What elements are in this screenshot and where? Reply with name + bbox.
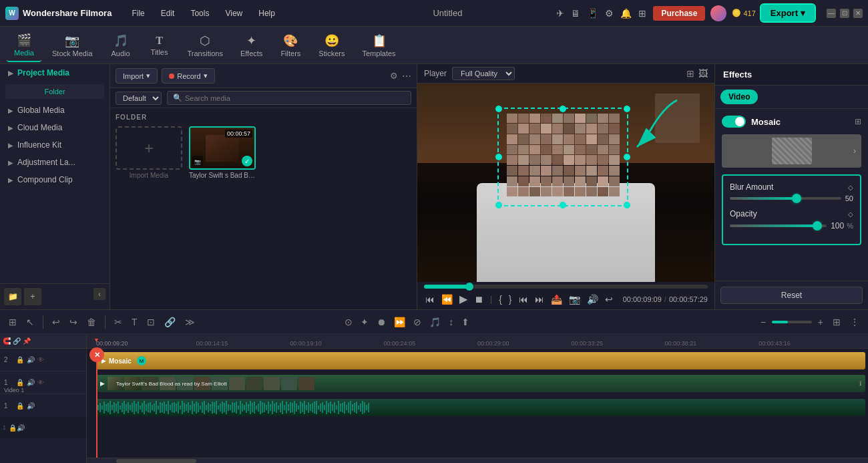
prev-frame-button[interactable]: ⏮ — [424, 293, 436, 306]
share-icon[interactable]: ✈ — [555, 7, 566, 20]
crop-button[interactable]: ⊡ — [144, 315, 158, 329]
tab-stock-media[interactable]: 📷 Stock Media — [45, 29, 99, 61]
reset-button[interactable]: Reset — [720, 287, 863, 304]
blur-slider-thumb[interactable] — [792, 194, 801, 203]
notification-icon[interactable]: 🔔 — [619, 7, 633, 20]
tab-effects[interactable]: ✦ Effects — [234, 29, 269, 61]
layout-button[interactable]: ⊞ — [829, 315, 844, 329]
import-media-zone[interactable]: + — [116, 126, 182, 170]
tab-templates[interactable]: 📋 Templates — [355, 29, 402, 61]
zoom-in-button[interactable]: + — [815, 315, 827, 329]
tab-audio[interactable]: 🎵 Audio — [103, 29, 138, 61]
cut-button[interactable]: ✂ — [111, 315, 126, 329]
record-button[interactable]: Record ▾ — [162, 68, 214, 84]
track-v1-eye[interactable]: 👁 — [37, 379, 44, 386]
speed-button[interactable]: ⏩ — [391, 315, 409, 329]
search-input[interactable] — [185, 94, 405, 102]
blur-slider-track[interactable] — [730, 197, 841, 200]
timeline-scrollbar[interactable] — [87, 458, 868, 463]
add-folder-button[interactable]: 📁 — [4, 288, 21, 305]
select-icon[interactable]: ↖ — [23, 315, 37, 329]
sidebar-item-adjustment[interactable]: ▶ Adjustment La... — [0, 154, 110, 171]
close-button[interactable]: ✕ — [853, 9, 863, 18]
sidebar-item-cloud-media[interactable]: ▶ Cloud Media — [0, 119, 110, 136]
menu-view[interactable]: View — [218, 6, 249, 21]
link-tracks-icon[interactable]: 🔗 — [13, 337, 21, 345]
mark-in-button[interactable]: { — [497, 293, 503, 306]
magnet-icon[interactable]: 🧲 — [3, 337, 11, 345]
sort-select[interactable]: Default — [116, 92, 162, 105]
mosaic-preview[interactable]: › — [722, 134, 861, 168]
more-controls-button[interactable]: ↩ — [604, 293, 614, 306]
progress-thumb[interactable] — [465, 283, 473, 291]
opacity-slider-thumb[interactable] — [813, 221, 822, 230]
audio-waveform-clip[interactable] — [96, 399, 865, 416]
minimize-button[interactable]: — — [827, 9, 836, 18]
track-v1-audio[interactable]: 🔊 — [27, 379, 35, 386]
tab-media[interactable]: 🎬 Media — [7, 29, 41, 62]
user-avatar[interactable] — [710, 5, 726, 21]
opacity-slider-track[interactable] — [730, 224, 827, 227]
settings-tl-button[interactable]: ⋮ — [847, 315, 863, 329]
settings-icon[interactable]: ⚙ — [604, 7, 615, 20]
next-clip-button[interactable]: ⏭ — [533, 293, 546, 306]
redo-button[interactable]: ↪ — [66, 315, 81, 329]
mask-button[interactable]: ⊘ — [410, 315, 425, 329]
playhead-lock-icon[interactable]: 📌 — [23, 337, 31, 345]
export-button[interactable]: Export ▾ — [761, 5, 815, 21]
tab-stickers[interactable]: 😀 Stickers — [312, 29, 351, 61]
sidebar-folder[interactable]: Folder — [5, 84, 104, 99]
scroll-thumb[interactable] — [116, 459, 196, 463]
record-tl-button[interactable]: ⏺ — [373, 315, 389, 329]
group-icon[interactable]: ⊞ — [5, 315, 20, 329]
mosaic-settings-icon[interactable]: ⊞ — [855, 117, 861, 126]
monitor-icon[interactable]: 🖥 — [570, 7, 582, 20]
freeze-button[interactable]: ⊙ — [341, 315, 356, 329]
layout-grid-icon[interactable]: ⊞ — [686, 68, 694, 79]
snapshot-button[interactable]: 📷 — [568, 293, 582, 306]
tab-filters[interactable]: 🎨 Filters — [273, 29, 308, 61]
sidebar-item-project-media[interactable]: ▶ Project Media — [0, 64, 110, 82]
sidebar-item-influence-kit[interactable]: ▶ Influence Kit — [0, 136, 110, 154]
opacity-keyframe-icon[interactable]: ◇ — [848, 210, 853, 218]
ai-cut-button[interactable]: ✦ — [357, 315, 372, 329]
progress-bar[interactable] — [424, 285, 708, 289]
photo-icon[interactable]: 🖼 — [698, 68, 708, 79]
stop-button[interactable]: ⏹ — [473, 293, 485, 306]
purchase-button[interactable]: Purchase — [653, 6, 705, 21]
playhead-x-icon[interactable]: ✕ — [89, 347, 104, 362]
effects-tab-video[interactable]: Video — [720, 90, 758, 104]
zoom-slider[interactable] — [772, 321, 812, 323]
step-back-button[interactable]: ⏪ — [440, 293, 454, 306]
audio-tl-button[interactable]: 🎵 — [426, 315, 444, 329]
mark-out-button[interactable]: } — [507, 293, 513, 306]
menu-file[interactable]: File — [125, 6, 151, 21]
audio-track-lock[interactable]: 🔒 — [9, 424, 17, 432]
quality-select[interactable]: Full Quality — [452, 67, 515, 80]
export-frame-button[interactable]: ⬆ — [458, 315, 473, 329]
track-v1-lock[interactable]: 🔒 — [16, 379, 24, 386]
track-v2-audio[interactable]: 🔊 — [27, 356, 35, 363]
track-v2-lock[interactable]: 🔒 — [16, 356, 24, 363]
tab-transitions[interactable]: ⬡ Transitions — [181, 29, 230, 61]
text-button[interactable]: T — [128, 315, 141, 329]
track-v2-eye[interactable]: 👁 — [37, 356, 44, 363]
sidebar-item-global-media[interactable]: ▶ Global Media — [0, 102, 110, 119]
menu-tools[interactable]: Tools — [184, 6, 216, 21]
collapse-panel-button[interactable]: ‹ — [93, 288, 105, 300]
clip-to-track-button[interactable]: 📤 — [550, 293, 564, 306]
import-button[interactable]: Import ▾ — [116, 68, 158, 84]
track-a1-lock[interactable]: 🔒 — [16, 402, 24, 410]
split-button[interactable]: ≫ — [182, 315, 198, 329]
filter-icon[interactable]: ⚙ — [390, 71, 398, 81]
media-clip-item[interactable]: 00:00:57 📷 ✓ Taylor Swift s Bad Blo... — [189, 126, 256, 179]
audio-track-sound[interactable]: 🔊 — [17, 424, 25, 432]
link-button[interactable]: 🔗 — [161, 315, 179, 329]
blur-keyframe-icon[interactable]: ◇ — [848, 184, 853, 191]
import-media-item[interactable]: + Import Media — [116, 126, 182, 179]
zoom-out-button[interactable]: − — [757, 315, 769, 329]
prev-clip-button[interactable]: ⏮ — [517, 293, 529, 306]
mosaic-clip[interactable]: ▶ Mosaic M — [96, 352, 865, 369]
video-main-clip[interactable]: ▶ — [96, 375, 865, 392]
maximize-button[interactable]: ⊡ — [840, 9, 849, 18]
